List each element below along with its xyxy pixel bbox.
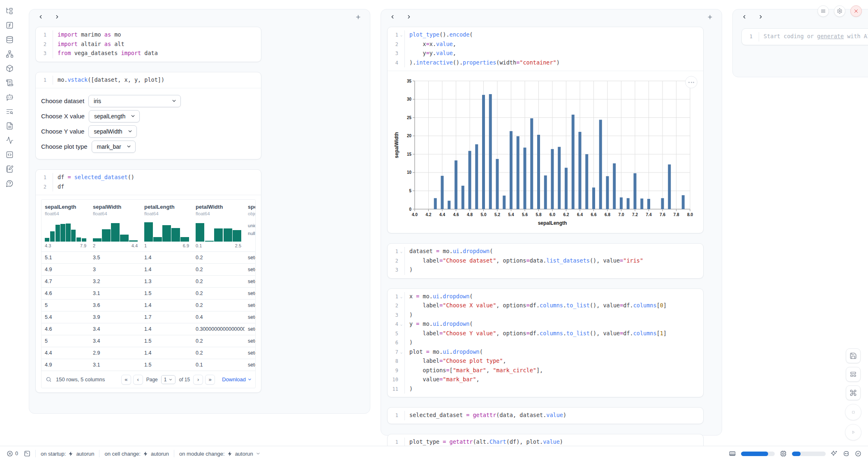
connection-status-button[interactable] <box>855 450 861 457</box>
column-scroll-left-button[interactable] <box>740 13 748 21</box>
column-histogram[interactable] <box>196 220 241 242</box>
column-histogram[interactable] <box>45 220 86 242</box>
chat-bot-icon[interactable] <box>4 92 15 103</box>
scratchpad-icon[interactable] <box>4 164 15 175</box>
next-page-button[interactable]: › <box>193 375 203 385</box>
fold-icon[interactable]: ⌄ <box>398 348 404 357</box>
code-line[interactable]: 1mo.vstack([dataset, x, y, plot]) <box>36 76 261 85</box>
add-cell-button[interactable] <box>353 12 362 21</box>
first-page-button[interactable]: « <box>121 375 131 385</box>
code-line[interactable]: 11) <box>388 385 703 394</box>
code-editor[interactable]: 1import marimo as mo2import altair as al… <box>36 27 261 62</box>
dataset-dropdown-cell[interactable]: 1⌄dataset = mo.ui.dropdown(2 label="Choo… <box>387 243 704 279</box>
column-header[interactable]: sepalLengthfloat644.37.9 <box>42 200 90 251</box>
stop-button[interactable] <box>845 404 861 420</box>
code-line[interactable]: 1import marimo as mo <box>36 30 261 40</box>
column-scroll-right-button[interactable] <box>757 13 765 21</box>
doc-search-icon[interactable] <box>4 106 15 117</box>
code-line[interactable]: 3) <box>388 265 703 275</box>
column-header[interactable]: sepalWidthfloat6424.4 <box>90 200 141 251</box>
column-scroll-left-button[interactable] <box>388 13 397 21</box>
empty-cell[interactable]: 1 Start coding or generate with AI <box>741 28 868 45</box>
code-line[interactable]: 1⌄dataset = mo.ui.dropdown( <box>388 247 703 256</box>
table-row[interactable]: 4.63.41.40.30000000000000004setosa <box>42 323 255 335</box>
code-line[interactable]: 10 value="mark_bar", <box>388 375 703 385</box>
code-line[interactable]: 2df <box>36 182 261 192</box>
table-row[interactable]: 4.73.21.30.2setosa <box>42 275 255 287</box>
code-line[interactable]: 1df = selected_dataset() <box>36 173 261 182</box>
table-row[interactable]: 4.93.11.50.1setosa <box>42 359 255 371</box>
code-square-icon[interactable] <box>4 149 15 160</box>
fold-icon[interactable]: ⌄ <box>398 30 404 40</box>
column-scroll-right-button[interactable] <box>53 13 61 21</box>
selected-dataset-cell[interactable]: 1selected_dataset = getattr(data, datase… <box>387 407 704 424</box>
code-line[interactable]: 1⌄plot_type().encode( <box>388 30 703 40</box>
file-tree-icon[interactable] <box>4 5 15 16</box>
dataframe-cell[interactable]: 1df = selected_dataset()2df sepalLengthf… <box>35 169 261 393</box>
column-histogram[interactable] <box>144 220 189 242</box>
chart-menu-button[interactable] <box>685 76 697 88</box>
code-line[interactable]: 2 label="Choose X value", options=df.col… <box>388 301 703 311</box>
code-line[interactable]: 3) <box>388 311 703 320</box>
column-scroll-right-button[interactable] <box>405 13 413 21</box>
column-header[interactable]: petalLengthfloat6416.9 <box>141 200 192 251</box>
code-line[interactable]: 1plot_type = getattr(alt.Chart(df), plot… <box>388 438 703 447</box>
code-editor[interactable]: 1⌄x = mo.ui.dropdown(2 label="Choose X v… <box>388 289 703 397</box>
table-row[interactable]: 53.41.50.2setosa <box>42 335 255 347</box>
run-button[interactable] <box>845 424 861 440</box>
code-line[interactable]: 4⌄y = mo.ui.dropdown( <box>388 320 703 329</box>
table-row[interactable]: 5.13.51.40.2setosa <box>42 251 255 263</box>
column-scroll-left-button[interactable] <box>37 13 45 21</box>
code-line[interactable]: 6) <box>388 338 703 348</box>
code-line[interactable]: 1selected_dataset = getattr(data, datase… <box>388 411 703 420</box>
y-value-dropdown[interactable]: sepalWidth <box>88 125 136 138</box>
column-header[interactable]: petalWidthfloat640.12.5 <box>192 200 245 251</box>
last-page-button[interactable]: » <box>205 375 215 385</box>
dependency-graph-icon[interactable] <box>4 48 15 60</box>
dataset-dropdown[interactable]: iris <box>88 95 181 107</box>
database-icon[interactable] <box>4 34 15 45</box>
ai-sparkles-button[interactable] <box>831 450 838 457</box>
on-cell-change-setting[interactable]: on cell change: autorun <box>104 451 169 457</box>
fold-icon[interactable]: ⌄ <box>398 247 404 256</box>
help-chat-icon[interactable] <box>4 178 15 189</box>
table-row[interactable]: 5.43.91.70.4setosa <box>42 311 255 323</box>
table-row[interactable]: 53.61.40.2setosa <box>42 299 255 311</box>
code-line[interactable]: 2import altair as alt <box>36 40 261 49</box>
terminal-button[interactable] <box>24 450 30 457</box>
xy-plot-dropdowns-cell[interactable]: 1⌄x = mo.ui.dropdown(2 label="Choose X v… <box>387 288 704 398</box>
errors-button[interactable] <box>7 450 13 457</box>
logs-scroll-icon[interactable] <box>4 77 15 88</box>
code-line[interactable]: 4).interactive().properties(width="conta… <box>388 58 703 68</box>
code-line[interactable]: 1⌄x = mo.ui.dropdown( <box>388 292 703 302</box>
code-editor[interactable]: 1df = selected_dataset()2df <box>36 170 261 195</box>
code-placeholder[interactable]: Start coding or generate with AI <box>759 32 868 41</box>
code-editor[interactable]: 1mo.vstack([dataset, x, y, plot]) <box>36 72 261 88</box>
download-button[interactable]: Download <box>222 376 252 383</box>
vstack-cell[interactable]: 1mo.vstack([dataset, x, y, plot]) Choose… <box>35 72 261 160</box>
tracing-activity-icon[interactable] <box>4 135 15 146</box>
copilot-button[interactable] <box>843 450 850 457</box>
snippets-file-icon[interactable] <box>4 120 15 131</box>
code-editor[interactable]: 1 Start coding or generate with AI <box>742 29 868 45</box>
fold-icon[interactable]: ⌄ <box>398 320 404 329</box>
bar-chart[interactable]: 4.04.24.44.64.85.05.25.45.65.86.06.26.46… <box>393 75 697 228</box>
code-line[interactable]: 2 x=x.value, <box>388 40 703 49</box>
fold-icon[interactable]: ⌄ <box>398 292 404 302</box>
table-row[interactable]: 4.63.11.50.2setosa <box>42 287 255 299</box>
function-square-icon[interactable] <box>4 20 15 31</box>
code-line[interactable]: 2 label="Choose dataset", options=data.l… <box>388 256 703 266</box>
code-line[interactable]: 8 label="Choose plot type", <box>388 357 703 366</box>
column-header[interactable]: speciesobjectunique:nulls: <box>245 200 255 251</box>
x-value-dropdown[interactable]: sepalLength <box>89 110 140 122</box>
command-palette-button[interactable] <box>846 385 861 400</box>
plot-type-dropdown[interactable]: mark_bar <box>92 141 136 153</box>
column-histogram[interactable] <box>93 220 138 242</box>
search-icon[interactable] <box>46 376 52 383</box>
imports-cell[interactable]: 1import marimo as mo2import altair as al… <box>35 27 261 62</box>
on-module-change-setting[interactable]: on module change: autorun <box>179 451 261 457</box>
code-editor[interactable]: 1⌄dataset = mo.ui.dropdown(2 label="Choo… <box>388 244 703 278</box>
code-line[interactable]: 9 options=["mark_bar", "mark_circle"], <box>388 366 703 376</box>
table-row[interactable]: 4.931.40.2setosa <box>42 263 255 275</box>
code-line[interactable]: 7⌄plot = mo.ui.dropdown( <box>388 348 703 357</box>
